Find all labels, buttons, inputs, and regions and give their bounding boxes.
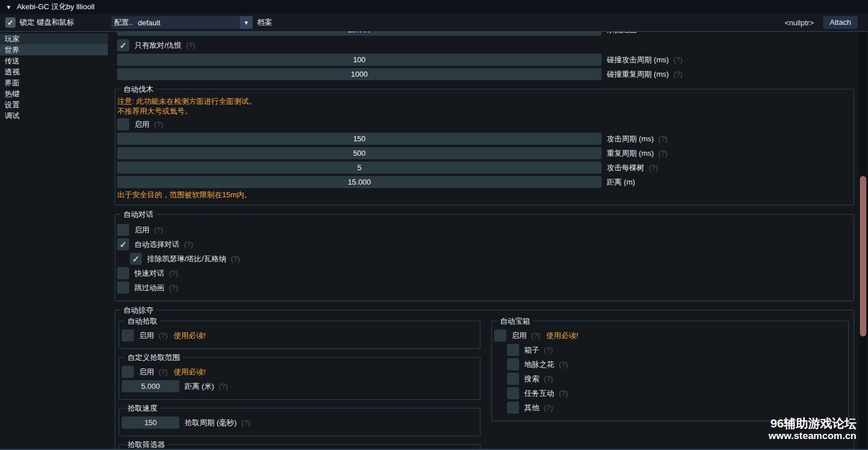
help-icon: (?) [159, 331, 168, 340]
kill-range-value: 15.000 [348, 32, 371, 34]
auto-woodcut-title: 自动伐木 [121, 85, 156, 94]
help-icon: (?) [531, 331, 540, 340]
app-window: ▼ Akebi-GC 汉化by llliooll ✓ 锁定 键盘和鼠标 配置..… [0, 0, 868, 450]
dialog-skip-anim-checkbox[interactable] [117, 282, 129, 294]
help-icon: (?) [186, 41, 196, 50]
sidebar-item-world[interactable]: 世界 [0, 44, 108, 55]
woodcut-repeat-delay-label: 重复周期 (ms) [607, 148, 654, 159]
check-icon: ✓ [7, 19, 14, 27]
chest-leyline-checkbox[interactable] [507, 358, 519, 370]
woodcut-enable-checkbox[interactable] [117, 118, 129, 130]
help-icon: (?) [184, 240, 193, 249]
help-icon: (?) [544, 374, 553, 383]
pickup-distance-input[interactable]: 5.000 [122, 380, 179, 392]
sidebar-item-settings[interactable]: 设置 [0, 99, 108, 110]
woodcut-repeat-delay-slider[interactable]: 500 [117, 147, 602, 159]
custom-range-enable-label: 启用 [139, 367, 154, 377]
pickup-distance-label: 距离 (米) [185, 381, 214, 392]
chevron-down-icon[interactable]: ▼ [240, 16, 253, 29]
collision-repeat-delay-value: 1000 [351, 70, 368, 78]
kill-range-row-clipped: 15.000 杀戮范围 [117, 32, 859, 36]
dialog-skip-anim-label: 跳过动画 [134, 283, 164, 293]
dialog-enable-label: 启用 [134, 225, 149, 235]
help-icon: (?) [674, 55, 683, 64]
lock-input-checkbox[interactable]: ✓ [5, 17, 16, 28]
custom-range-enable-checkbox[interactable] [122, 366, 134, 378]
help-icon: (?) [241, 418, 250, 427]
chest-enable-label: 启用 [512, 331, 527, 341]
check-icon: ✓ [119, 240, 127, 249]
dropdown-icon: ▼ [243, 20, 249, 26]
kill-range-slider[interactable]: 15.000 [117, 32, 602, 36]
custom-range-section: 自定义拾取范围 启用 (?) 使用必读! 5.000 距离 (米) [119, 357, 480, 400]
woodcut-attack-delay-label: 攻击周期 (ms) [607, 134, 654, 144]
help-icon: (?) [231, 254, 240, 263]
woodcut-repeat-delay-value: 500 [353, 149, 366, 158]
auto-chest-section: 自动宝箱 启用 (?) 使用必读! 箱子 (?) [491, 321, 849, 421]
collapse-icon[interactable]: ▼ [6, 4, 12, 10]
sidebar-item-player[interactable]: 玩家 [0, 33, 108, 44]
profile-combo-value: default [133, 18, 240, 27]
chest-search-label: 搜索 [524, 374, 539, 384]
attach-button[interactable]: Attach [823, 16, 858, 29]
woodcut-distance-value: 15.000 [348, 178, 371, 186]
woodcut-enable-label: 启用 [134, 119, 149, 130]
collision-repeat-delay-slider[interactable]: 1000 [117, 68, 602, 80]
auto-dialog-section: 自动对话 启用 (?) ✓ 自动选择对话 (?) ✓ 排除凯瑟琳/塔比/瓦格纳 … [115, 214, 854, 301]
woodcut-warning-1: 注意: 此功能未在检测方面进行全面测试。 [117, 97, 849, 106]
help-icon: (?) [154, 226, 163, 234]
help-icon: (?) [559, 389, 568, 397]
sidebar-item-debug[interactable]: 调试 [0, 110, 108, 121]
custom-range-notice: 使用必读! [174, 367, 206, 377]
pickup-delay-label: 拾取周期 (毫秒) [185, 418, 236, 428]
chest-quest-checkbox[interactable] [507, 387, 519, 399]
chest-enable-checkbox[interactable] [494, 329, 506, 342]
chest-other-label: 其他 [524, 403, 539, 413]
dialog-auto-select-checkbox[interactable]: ✓ [117, 238, 129, 250]
collision-attack-delay-slider[interactable]: 100 [117, 54, 602, 66]
help-icon: (?) [219, 382, 228, 391]
woodcut-attacks-per-tree-value: 5 [357, 163, 361, 172]
sidebar-item-interface[interactable]: 界面 [0, 77, 108, 88]
woodcut-attack-delay-value: 150 [353, 134, 366, 143]
chest-search-checkbox[interactable] [507, 373, 519, 385]
dialog-enable-checkbox[interactable] [117, 224, 129, 236]
enemy-only-checkbox[interactable]: ✓ [117, 39, 129, 51]
chest-leyline-label: 地脉之花 [524, 359, 554, 370]
chest-chests-checkbox[interactable] [507, 344, 519, 356]
woodcut-distance-slider[interactable]: 15.000 [117, 176, 602, 188]
chest-chests-label: 箱子 [524, 345, 539, 355]
auto-pickup-section: 自动拾取 启用 (?) 使用必读! [119, 321, 480, 349]
profile-combo[interactable]: default ▼ [133, 16, 253, 29]
pickup-distance-value: 5.000 [141, 382, 160, 391]
woodcut-attacks-per-tree-slider[interactable]: 5 [117, 162, 602, 174]
scrollbar-track[interactable] [859, 32, 867, 449]
auto-loot-section: 自动掠夺 自动拾取 启用 (?) 使用必读! 自定义拾取范围 [115, 310, 854, 449]
toolbar: ✓ 锁定 键盘和鼠标 配置... default ▼ 档案 <nullptr> … [0, 14, 868, 32]
chest-other-checkbox[interactable] [507, 402, 519, 414]
dialog-exclude-checkbox[interactable]: ✓ [130, 253, 142, 265]
sidebar-item-hotkeys[interactable]: 热键 [0, 88, 108, 99]
title-bar[interactable]: ▼ Akebi-GC 汉化by llliooll [0, 0, 868, 14]
scrollbar-thumb[interactable] [860, 176, 866, 336]
profile-label: 档案 [257, 17, 272, 28]
dialog-auto-select-label: 自动选择对话 [134, 239, 179, 250]
help-icon: (?) [649, 163, 658, 172]
help-icon: (?) [154, 120, 163, 129]
pickup-speed-title: 拾取速度 [125, 404, 160, 413]
dialog-exclude-label: 排除凯瑟琳/塔比/瓦格纳 [147, 254, 226, 264]
help-icon: (?) [559, 360, 568, 369]
pickup-filter-section: 拾取筛选器 启用 (?) ✓ 动物 ( [119, 444, 480, 449]
window-title: Akebi-GC 汉化by llliooll [17, 2, 95, 12]
dialog-fast-checkbox[interactable] [117, 267, 129, 279]
help-icon: (?) [169, 269, 178, 278]
woodcut-attack-delay-slider[interactable]: 150 [117, 133, 602, 145]
sidebar-item-teleport[interactable]: 传送 [0, 55, 108, 66]
help-icon: (?) [544, 346, 553, 354]
enemy-only-label: 只有敌对/仇恨 [134, 40, 182, 51]
help-icon: (?) [659, 149, 668, 158]
pickup-delay-input[interactable]: 150 [122, 417, 179, 429]
sidebar-item-esp[interactable]: 透视 [0, 66, 108, 77]
pickup-enable-checkbox[interactable] [122, 329, 134, 342]
auto-chest-title: 自动宝箱 [497, 317, 533, 326]
